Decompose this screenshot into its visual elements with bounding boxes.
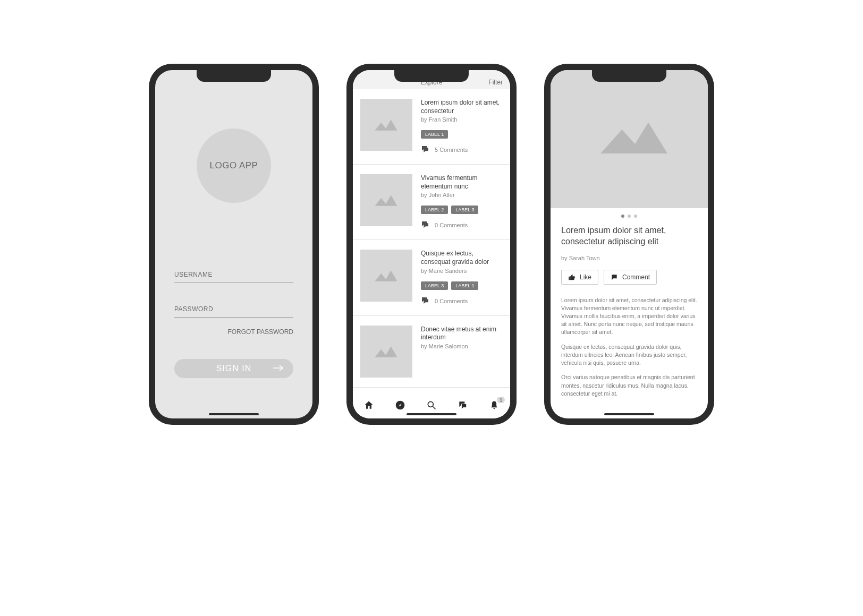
filter-button[interactable]: Filter <box>481 79 503 86</box>
phone-explore: Explore Filter Lorem ipsum dolor sit ame… <box>346 64 517 425</box>
like-label: Like <box>580 273 591 281</box>
card-author: by Marie Salomon <box>421 343 503 349</box>
nav-messages[interactable] <box>458 400 468 413</box>
svg-marker-7 <box>385 346 397 357</box>
svg-marker-5 <box>385 271 397 282</box>
comments-icon <box>421 220 429 230</box>
card-author: by Fran Smith <box>421 116 503 123</box>
card-thumbnail <box>360 250 412 302</box>
comments-count: 0 Comments <box>435 222 468 228</box>
comments-count: 5 Comments <box>435 147 468 153</box>
nav-search[interactable] <box>426 400 437 413</box>
logo-text: LOGO APP <box>210 160 258 171</box>
home-indicator <box>407 413 456 415</box>
comments-row[interactable]: 0 Comments <box>421 220 503 230</box>
home-icon <box>363 400 374 410</box>
svg-line-10 <box>433 407 435 409</box>
username-field[interactable] <box>174 267 293 283</box>
feed-card[interactable]: Lorem ipsum dolor sit amet, consectetur … <box>353 89 510 165</box>
detail-paragraph: Orci varius natoque penatibus et magnis … <box>561 373 697 398</box>
signin-button[interactable]: SIGN IN <box>174 359 293 378</box>
card-author: by Marie Sanders <box>421 268 503 274</box>
label-chip[interactable]: LABEL 1 <box>421 130 448 139</box>
thumbs-up-icon <box>568 273 576 281</box>
detail-paragraph: Lorem ipsum dolor sit amet, consectetur … <box>561 296 697 337</box>
svg-marker-1 <box>385 119 397 131</box>
like-button[interactable]: Like <box>561 270 598 285</box>
arrow-right-icon <box>273 364 284 373</box>
nav-home[interactable] <box>363 400 374 413</box>
card-thumbnail <box>360 174 412 226</box>
detail-text: Lorem ipsum dolor sit amet, consectetur … <box>561 296 697 398</box>
signin-label: SIGN IN <box>216 364 252 373</box>
card-author: by John Atler <box>421 192 503 198</box>
feed-card[interactable]: Vivamus fermentum elementum nunc by John… <box>353 165 510 240</box>
detail-paragraph: Quisque ex lectus, consequat gravida dol… <box>561 343 697 367</box>
home-indicator <box>604 413 654 415</box>
feed-card[interactable]: Donec vitae metus at enim interdum by Ma… <box>353 316 510 388</box>
card-labels: LABEL 3LABEL 1 <box>421 281 503 290</box>
image-placeholder-icon <box>581 115 677 163</box>
card-thumbnail <box>360 99 412 151</box>
svg-point-9 <box>428 401 433 407</box>
label-chip[interactable]: LABEL 3 <box>451 206 478 214</box>
comments-count: 0 Comments <box>435 298 468 304</box>
detail-title: Lorem ipsum dolor sit amet, consectetur … <box>561 225 697 247</box>
label-chip[interactable]: LABEL 1 <box>451 281 478 290</box>
card-labels: LABEL 1 <box>421 130 503 139</box>
card-thumbnail <box>360 326 412 378</box>
login-screen: LOGO APP FORGOT PASSWORD SIGN IN <box>155 70 312 418</box>
search-icon <box>426 400 437 410</box>
detail-body: Lorem ipsum dolor sit amet, consectetur … <box>551 218 708 412</box>
comment-label: Comment <box>622 273 650 281</box>
card-labels: LABEL 2LABEL 3 <box>421 206 503 214</box>
notch <box>592 70 666 82</box>
svg-marker-3 <box>385 195 397 206</box>
phone-login: LOGO APP FORGOT PASSWORD SIGN IN <box>149 64 319 425</box>
phone-detail: Lorem ipsum dolor sit amet, consectetur … <box>544 64 714 425</box>
nav-explore[interactable] <box>395 400 405 413</box>
comments-icon <box>421 296 429 306</box>
chat-icon <box>458 400 468 410</box>
notch <box>394 70 469 82</box>
password-field[interactable] <box>174 301 293 318</box>
card-title: Vivamus fermentum elementum nunc <box>421 174 503 191</box>
comments-icon <box>421 145 429 155</box>
notification-badge: 1 <box>497 397 505 403</box>
forgot-password-link[interactable]: FORGOT PASSWORD <box>174 328 293 336</box>
nav-notifications[interactable]: 1 <box>489 400 500 413</box>
comment-icon <box>611 273 618 281</box>
app-logo: LOGO APP <box>197 129 271 203</box>
comment-button[interactable]: Comment <box>604 270 657 285</box>
svg-marker-12 <box>629 123 667 154</box>
home-indicator <box>209 413 259 415</box>
card-title: Quisque ex lectus, consequat gravida dol… <box>421 250 503 266</box>
compass-icon <box>395 400 405 410</box>
label-chip[interactable]: LABEL 3 <box>421 281 448 290</box>
label-chip[interactable]: LABEL 2 <box>421 206 448 214</box>
comments-row[interactable]: 5 Comments <box>421 145 503 155</box>
notch <box>197 70 271 82</box>
feed-card[interactable]: Quisque ex lectus, consequat gravida dol… <box>353 240 510 315</box>
card-title: Donec vitae metus at enim interdum <box>421 326 503 342</box>
detail-author: by Sarah Town <box>561 255 697 261</box>
explore-feed[interactable]: Lorem ipsum dolor sit amet, consectetur … <box>353 89 510 394</box>
comments-row[interactable]: 0 Comments <box>421 296 503 306</box>
card-title: Lorem ipsum dolor sit amet, consectetur <box>421 99 503 115</box>
hero-image[interactable] <box>551 70 708 208</box>
